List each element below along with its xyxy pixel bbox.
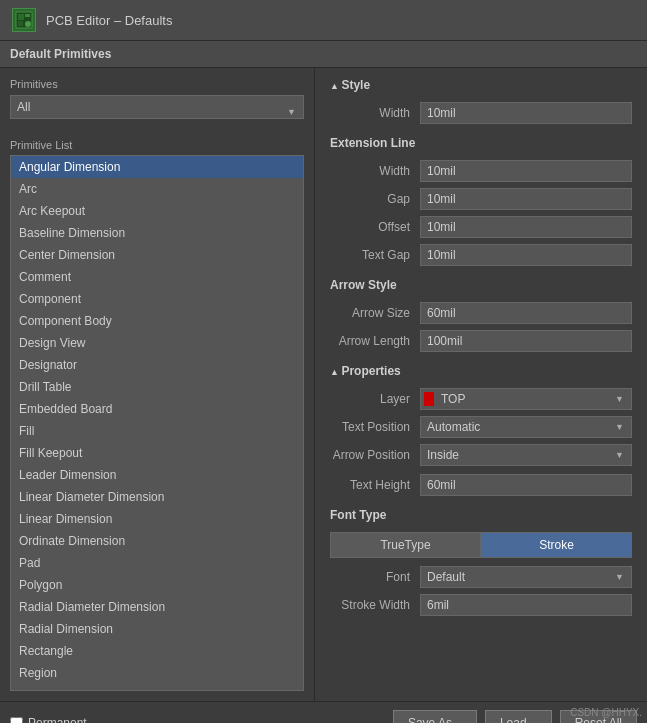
arrow-length-label: Arrow Length bbox=[330, 334, 420, 348]
permanent-wrapper[interactable]: Permanent bbox=[10, 716, 87, 723]
svg-rect-3 bbox=[18, 21, 23, 26]
text-position-row: Text Position Automatic Manual bbox=[330, 416, 632, 438]
svg-rect-1 bbox=[18, 14, 24, 20]
text-height-label: Text Height bbox=[330, 478, 420, 492]
ext-textgap-label: Text Gap bbox=[330, 248, 420, 262]
stroke-width-input[interactable] bbox=[420, 594, 632, 616]
bottom-controls: Permanent Save As... Load... Reset All bbox=[0, 701, 647, 723]
primitives-dropdown-wrapper[interactable]: All bbox=[10, 95, 304, 129]
arrow-position-row: Arrow Position Inside Outside bbox=[330, 444, 632, 466]
svg-rect-2 bbox=[25, 14, 30, 17]
list-item[interactable]: Arc bbox=[11, 178, 303, 200]
title-bar: PCB Editor – Defaults bbox=[0, 0, 647, 41]
layer-color-indicator bbox=[424, 392, 434, 406]
ext-gap-label: Gap bbox=[330, 192, 420, 206]
stroke-width-row: Stroke Width bbox=[330, 594, 632, 616]
arrow-length-input[interactable] bbox=[420, 330, 632, 352]
extension-line-section: Extension Line Width Gap Offset Text Gap bbox=[330, 136, 632, 266]
arrow-size-label: Arrow Size bbox=[330, 306, 420, 320]
list-item[interactable]: Center Dimension bbox=[11, 244, 303, 266]
arrow-position-select-wrapper[interactable]: Inside Outside bbox=[420, 444, 632, 466]
stroke-width-label: Stroke Width bbox=[330, 598, 420, 612]
ext-width-label: Width bbox=[330, 164, 420, 178]
arrow-position-select[interactable]: Inside Outside bbox=[420, 444, 632, 466]
properties-section: Properties Layer TOP Text Position Autom… bbox=[330, 364, 632, 496]
truetype-button[interactable]: TrueType bbox=[330, 532, 481, 558]
layer-row: Layer TOP bbox=[330, 388, 632, 410]
properties-section-title[interactable]: Properties bbox=[330, 364, 632, 380]
arrow-size-input[interactable] bbox=[420, 302, 632, 324]
text-position-select-wrapper[interactable]: Automatic Manual bbox=[420, 416, 632, 438]
font-select[interactable]: Default bbox=[420, 566, 632, 588]
watermark: CSDN @HHYX. bbox=[570, 707, 642, 718]
arrow-position-label: Arrow Position bbox=[330, 448, 420, 462]
list-item[interactable]: Pad bbox=[11, 552, 303, 574]
list-item[interactable]: Drill Table bbox=[11, 376, 303, 398]
list-item[interactable]: Radial Diameter Dimension bbox=[11, 596, 303, 618]
ext-offset-input[interactable] bbox=[420, 216, 632, 238]
ext-gap-input[interactable] bbox=[420, 188, 632, 210]
list-item[interactable]: Linear Diameter Dimension bbox=[11, 486, 303, 508]
text-position-label: Text Position bbox=[330, 420, 420, 434]
text-position-select[interactable]: Automatic Manual bbox=[420, 416, 632, 438]
style-section: Style Width bbox=[330, 78, 632, 124]
layer-select[interactable]: TOP bbox=[420, 388, 632, 410]
ext-width-input[interactable] bbox=[420, 160, 632, 182]
style-width-input[interactable] bbox=[420, 102, 632, 124]
app-title: PCB Editor – Defaults bbox=[46, 13, 172, 28]
primitives-dropdown[interactable]: All bbox=[10, 95, 304, 119]
ext-offset-label: Offset bbox=[330, 220, 420, 234]
load-button[interactable]: Load... bbox=[485, 710, 552, 723]
ext-gap-row: Gap bbox=[330, 188, 632, 210]
list-item[interactable]: Rectangle bbox=[11, 640, 303, 662]
list-item[interactable]: Polygon bbox=[11, 574, 303, 596]
list-item[interactable]: Leader Dimension bbox=[11, 464, 303, 486]
list-item[interactable]: Linear Dimension bbox=[11, 508, 303, 530]
arrow-style-section: Arrow Style Arrow Size Arrow Length bbox=[330, 278, 632, 352]
primitives-label: Primitives bbox=[10, 78, 304, 90]
section-header: Default Primitives bbox=[0, 41, 647, 68]
left-panel: Primitives All Primitive List Angular Di… bbox=[0, 68, 315, 701]
permanent-checkbox[interactable] bbox=[10, 717, 23, 724]
ext-textgap-row: Text Gap bbox=[330, 244, 632, 266]
list-item[interactable]: Design View bbox=[11, 332, 303, 354]
primitive-list: Angular DimensionArcArc KeepoutBaseline … bbox=[10, 155, 304, 691]
list-item[interactable]: Angular Dimension bbox=[11, 156, 303, 178]
list-item[interactable]: Arc Keepout bbox=[11, 200, 303, 222]
font-type-title: Font Type bbox=[330, 508, 632, 524]
list-item[interactable]: Ordinate Dimension bbox=[11, 530, 303, 552]
primitive-list-label: Primitive List bbox=[10, 139, 304, 151]
ext-offset-row: Offset bbox=[330, 216, 632, 238]
app-icon bbox=[12, 8, 36, 32]
svg-point-4 bbox=[25, 21, 31, 27]
layer-label: Layer bbox=[330, 392, 420, 406]
style-section-title[interactable]: Style bbox=[330, 78, 632, 94]
style-width-label: Width bbox=[330, 106, 420, 120]
list-item[interactable]: Region bbox=[11, 662, 303, 684]
extension-line-title: Extension Line bbox=[330, 136, 632, 152]
font-row: Font Default bbox=[330, 566, 632, 588]
arrow-length-row: Arrow Length bbox=[330, 330, 632, 352]
ext-width-row: Width bbox=[330, 160, 632, 182]
ext-textgap-input[interactable] bbox=[420, 244, 632, 266]
list-item[interactable]: Component Body bbox=[11, 310, 303, 332]
text-height-input[interactable] bbox=[420, 474, 632, 496]
text-height-row: Text Height bbox=[330, 474, 632, 496]
stroke-button[interactable]: Stroke bbox=[481, 532, 632, 558]
list-item[interactable]: Component bbox=[11, 288, 303, 310]
layer-select-wrapper[interactable]: TOP bbox=[420, 388, 632, 410]
list-item[interactable]: Fill Keepout bbox=[11, 442, 303, 464]
list-item[interactable]: Fill bbox=[11, 420, 303, 442]
font-type-buttons: TrueType Stroke bbox=[330, 532, 632, 558]
list-item[interactable]: Embedded Board bbox=[11, 398, 303, 420]
list-item[interactable]: Radial Dimension bbox=[11, 618, 303, 640]
main-content: Primitives All Primitive List Angular Di… bbox=[0, 68, 647, 701]
arrow-size-row: Arrow Size bbox=[330, 302, 632, 324]
save-as-button[interactable]: Save As... bbox=[393, 710, 477, 723]
list-item[interactable]: Comment bbox=[11, 266, 303, 288]
font-select-wrapper[interactable]: Default bbox=[420, 566, 632, 588]
font-type-section: Font Type TrueType Stroke Font Default S… bbox=[330, 508, 632, 616]
list-item[interactable]: Baseline Dimension bbox=[11, 222, 303, 244]
list-item[interactable]: Designator bbox=[11, 354, 303, 376]
font-label: Font bbox=[330, 570, 420, 584]
